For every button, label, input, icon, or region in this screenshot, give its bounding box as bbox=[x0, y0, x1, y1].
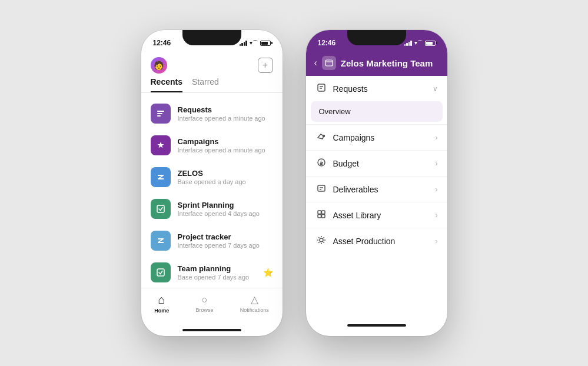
notifications-label: Notifications bbox=[240, 307, 269, 313]
menu-list: Requests Interface opened a minute ago C… bbox=[141, 98, 283, 288]
signal-icon-right bbox=[404, 40, 412, 46]
tab-browse[interactable]: ○ Browse bbox=[195, 294, 213, 313]
item-title: Campaigns bbox=[178, 137, 273, 146]
item-title: ZELOS bbox=[178, 169, 273, 178]
notch bbox=[182, 30, 241, 45]
list-item[interactable]: Sprint Planning Interface opened 4 days … bbox=[148, 193, 275, 225]
home-icon: ⌂ bbox=[158, 293, 165, 307]
item-icon-zelos bbox=[151, 167, 171, 187]
wifi-icon: ▾⌒ bbox=[250, 39, 258, 47]
tab-recents[interactable]: Recents bbox=[151, 77, 182, 92]
list-item[interactable]: Requests Interface opened a minute ago bbox=[148, 98, 275, 129]
item-title: Sprint Planning bbox=[178, 201, 273, 209]
deliverables-row-left: Deliverables bbox=[315, 184, 378, 195]
section-requests: Requests ∨ Overview bbox=[306, 76, 447, 125]
svg-rect-1 bbox=[157, 113, 162, 114]
svg-rect-18 bbox=[321, 215, 325, 218]
item-icon-project bbox=[151, 231, 171, 251]
asset-production-row[interactable]: Asset Production › bbox=[306, 228, 447, 254]
svg-rect-16 bbox=[321, 211, 325, 214]
asset-production-label: Asset Production bbox=[333, 237, 396, 246]
list-item[interactable]: Campaigns Interface opened a minute ago bbox=[148, 129, 275, 161]
add-button[interactable]: + bbox=[258, 58, 273, 73]
svg-rect-3 bbox=[157, 205, 164, 212]
svg-rect-15 bbox=[318, 211, 321, 214]
svg-rect-5 bbox=[325, 60, 333, 66]
tab-notifications[interactable]: △ Notifications bbox=[240, 294, 269, 313]
svg-rect-2 bbox=[157, 115, 161, 117]
deliverables-icon bbox=[315, 184, 327, 195]
item-subtitle: Interface opened a minute ago bbox=[178, 115, 273, 122]
list-item[interactable]: Team planning Base opened 7 days ago ⭐ bbox=[148, 257, 275, 288]
left-phone-content: 🧑 + Recents Starred Requests Inte bbox=[141, 52, 283, 336]
asset-production-icon bbox=[315, 235, 327, 247]
budget-label: Budget bbox=[333, 159, 359, 168]
notch-right bbox=[347, 30, 406, 45]
item-subtitle: Interface opened 4 days ago bbox=[178, 210, 273, 217]
list-item[interactable]: ZELOS Base opened a day ago bbox=[148, 161, 275, 193]
back-button[interactable]: ‹ bbox=[314, 58, 317, 68]
asset-production-row-left: Asset Production bbox=[315, 235, 396, 247]
campaigns-row[interactable]: Campaigns › bbox=[306, 125, 447, 151]
team-title: Zelos Marketing Team bbox=[341, 58, 439, 68]
avatar[interactable]: 🧑 bbox=[151, 57, 167, 74]
chevron-right-icon: › bbox=[436, 211, 438, 219]
requests-header[interactable]: Requests ∨ bbox=[306, 76, 447, 101]
item-text-team: Team planning Base opened 7 days ago bbox=[178, 264, 256, 281]
asset-library-row[interactable]: Asset Library › bbox=[306, 202, 447, 228]
team-icon bbox=[322, 56, 336, 70]
right-phone: 12:46 ▾⌒ ‹ Zelos bbox=[306, 30, 447, 336]
browse-label: Browse bbox=[195, 307, 213, 313]
item-text-sprint: Sprint Planning Interface opened 4 days … bbox=[178, 201, 273, 217]
item-title: Project tracker bbox=[178, 232, 273, 241]
item-subtitle: Base opened a day ago bbox=[178, 178, 273, 185]
item-icon-sprint bbox=[151, 199, 171, 219]
status-icons-left: ▾⌒ bbox=[240, 39, 271, 47]
deliverables-row[interactable]: Deliverables › bbox=[306, 177, 447, 202]
asset-library-row-left: Asset Library bbox=[315, 209, 381, 221]
svg-rect-12 bbox=[318, 185, 325, 191]
item-text-requests: Requests Interface opened a minute ago bbox=[178, 105, 273, 122]
svg-rect-0 bbox=[157, 111, 164, 112]
phones-container: 12:46 ▾⌒ 🧑 + bbox=[141, 30, 447, 336]
right-menu-list: Requests ∨ Overview Campaigns bbox=[306, 76, 447, 314]
bottom-tab-bar: ⌂ Home ○ Browse △ Notifications bbox=[141, 288, 283, 323]
requests-label: Requests bbox=[333, 84, 368, 94]
wifi-icon-right: ▾⌒ bbox=[414, 39, 423, 47]
requests-icon bbox=[315, 83, 327, 94]
time-left: 12:46 bbox=[153, 39, 171, 47]
item-subtitle: Interface opened a minute ago bbox=[178, 147, 273, 154]
right-phone-content: ‹ Zelos Marketing Team Requests bbox=[306, 52, 447, 336]
star-icon: ⭐ bbox=[263, 268, 273, 277]
battery-icon-right bbox=[425, 41, 436, 46]
svg-rect-4 bbox=[157, 269, 164, 276]
budget-row-left: Budget bbox=[315, 158, 359, 169]
item-subtitle: Base opened 7 days ago bbox=[178, 274, 256, 281]
chevron-right-icon: › bbox=[436, 237, 438, 245]
budget-row[interactable]: Budget › bbox=[306, 151, 447, 177]
list-item[interactable]: Project tracker Interface opened 7 days … bbox=[148, 225, 275, 257]
svg-rect-17 bbox=[318, 215, 321, 218]
campaigns-row-left: Campaigns bbox=[315, 132, 375, 143]
home-indicator bbox=[141, 323, 283, 336]
tab-home[interactable]: ⌂ Home bbox=[154, 293, 169, 314]
chevron-right-icon: › bbox=[436, 134, 438, 142]
tab-starred[interactable]: Starred bbox=[192, 77, 219, 92]
overview-item[interactable]: Overview bbox=[311, 101, 443, 122]
item-icon-campaigns bbox=[151, 135, 171, 155]
purple-header: ‹ Zelos Marketing Team bbox=[306, 52, 447, 76]
chevron-right-icon: › bbox=[436, 185, 438, 194]
tabs-row: Recents Starred bbox=[141, 77, 283, 93]
campaigns-icon bbox=[315, 132, 327, 143]
home-label: Home bbox=[154, 308, 169, 314]
asset-library-icon bbox=[315, 209, 327, 221]
item-text-project: Project tracker Interface opened 7 days … bbox=[178, 232, 273, 249]
battery-icon bbox=[260, 41, 271, 46]
notifications-icon: △ bbox=[251, 294, 258, 306]
chevron-right-icon: › bbox=[436, 159, 438, 168]
left-phone: 12:46 ▾⌒ 🧑 + bbox=[141, 30, 283, 336]
item-title: Team planning bbox=[178, 264, 256, 273]
status-icons-right: ▾⌒ bbox=[404, 39, 436, 47]
budget-icon bbox=[315, 158, 327, 169]
chevron-down-icon: ∨ bbox=[433, 85, 438, 93]
